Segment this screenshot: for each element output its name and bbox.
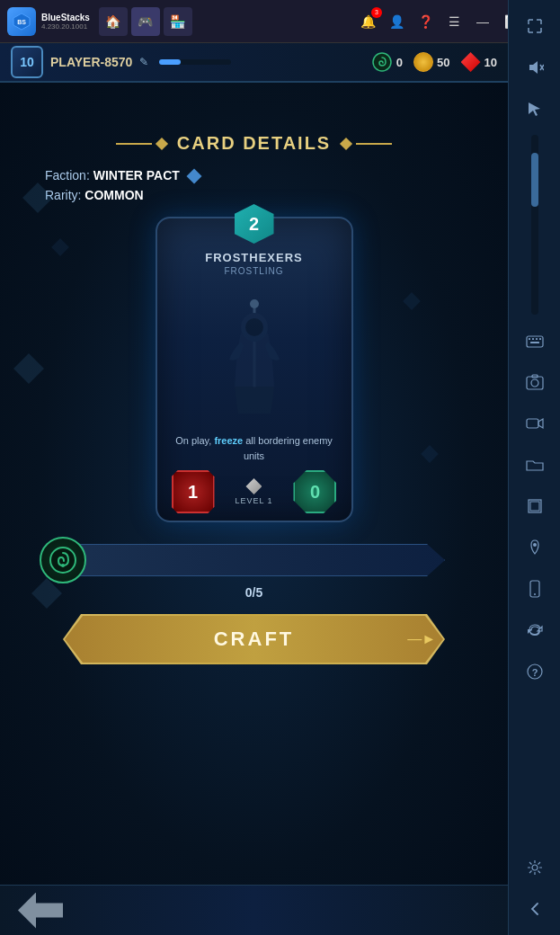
health-badge: 0 xyxy=(293,470,336,513)
header-diamond-right xyxy=(340,137,352,149)
sidebar-screenshot-button[interactable] xyxy=(516,363,554,401)
faction-name: WINTER PACT xyxy=(93,168,180,183)
progress-bar-bg xyxy=(63,544,445,576)
progress-section: 0/5 xyxy=(18,540,490,600)
svg-point-31 xyxy=(532,865,538,870)
sidebar-folder-button[interactable] xyxy=(516,446,554,484)
sidebar-help-button[interactable]: ? xyxy=(516,653,554,690)
section-header: CARD DETAILS xyxy=(18,90,490,154)
svg-point-26 xyxy=(533,543,537,547)
bottom-nav xyxy=(0,885,508,935)
header-line-left xyxy=(116,139,166,148)
svg-point-6 xyxy=(245,318,263,336)
rarity-name: COMMON xyxy=(84,188,143,202)
card-details-section: CARD DETAILS Faction: WINTER PACT Rarity… xyxy=(0,83,508,664)
sidebar-device-button[interactable] xyxy=(516,570,554,608)
tab-home[interactable]: 🏠 xyxy=(99,7,128,36)
sidebar-video-button[interactable] xyxy=(516,405,554,442)
sidebar-rotate-button[interactable] xyxy=(516,611,554,649)
bluestacks-logo: BS xyxy=(7,7,36,36)
progress-icon xyxy=(36,533,90,587)
svg-marker-9 xyxy=(529,61,538,74)
svg-rect-15 xyxy=(532,338,534,340)
card-name: FROSTHEXERS xyxy=(205,251,303,264)
faction-diamond-icon xyxy=(186,169,201,184)
sidebar-mute-button[interactable] xyxy=(516,49,554,86)
help-button[interactable]: ❓ xyxy=(413,9,438,34)
topbar: BS BlueStacks 4.230.20.1001 🏠 🎮 🏪 🔔 3 👤 … xyxy=(0,0,560,43)
sidebar-expand-button[interactable] xyxy=(516,7,554,45)
tab-store[interactable]: 🏪 xyxy=(164,7,192,36)
player-bar: 10 PLAYER-8570 ✎ 0 50 10 xyxy=(0,43,508,83)
header-line-right xyxy=(342,139,392,148)
card-display: 2 FROSTHEXERS FROSTLING xyxy=(18,217,490,522)
craft-section: ◄— CRAFT —► xyxy=(18,614,490,664)
svg-text:?: ? xyxy=(531,667,538,678)
sidebar-location-button[interactable] xyxy=(516,529,554,566)
ability-keyword: freeze xyxy=(214,435,243,446)
game-area: 10 PLAYER-8570 ✎ 0 50 10 xyxy=(0,43,508,935)
rarity-line: Rarity: COMMON xyxy=(45,188,463,202)
xp-bar xyxy=(159,59,231,65)
sidebar-cursor-button[interactable] xyxy=(516,90,554,128)
player-name: PLAYER-8570 xyxy=(50,55,132,69)
craft-btn-inner: CRAFT xyxy=(65,616,443,663)
coin-currency-icon xyxy=(413,52,433,72)
svg-point-8 xyxy=(61,564,65,567)
sidebar-layers-button[interactable] xyxy=(516,487,554,525)
notifications-button[interactable]: 🔔 3 xyxy=(355,9,380,34)
right-sidebar: ? xyxy=(508,0,560,935)
craft-arrow-right-icon: —► xyxy=(407,631,436,647)
back-button[interactable] xyxy=(18,893,63,929)
game-card: 2 FROSTHEXERS FROSTLING xyxy=(156,217,353,522)
scrollbar-thumb xyxy=(531,153,538,207)
notification-badge: 3 xyxy=(371,7,382,18)
header-bar-right xyxy=(356,143,392,145)
svg-text:BS: BS xyxy=(17,19,26,25)
svg-rect-17 xyxy=(539,338,541,340)
svg-rect-16 xyxy=(536,338,538,340)
level-text: LEVEL 1 xyxy=(235,496,272,505)
svg-point-4 xyxy=(250,299,259,308)
level-badge: LEVEL 1 xyxy=(235,478,272,505)
svg-marker-23 xyxy=(538,419,543,428)
gem-currency-icon xyxy=(461,52,481,72)
progress-bar-container xyxy=(63,540,445,580)
currency-gem: 10 xyxy=(461,52,497,72)
tab-game1[interactable]: 🎮 xyxy=(131,7,160,36)
swirl-amount: 0 xyxy=(396,56,403,69)
svg-point-20 xyxy=(531,379,538,387)
minimize-button[interactable]: — xyxy=(470,9,495,34)
swirl-badge xyxy=(40,537,86,583)
bluestacks-info: BlueStacks 4.230.20.1001 xyxy=(41,13,90,31)
svg-rect-18 xyxy=(530,342,539,343)
header-bar-left xyxy=(116,143,152,145)
craft-button[interactable]: ◄— CRAFT —► xyxy=(63,614,445,664)
currency-group: 0 50 10 xyxy=(371,51,497,73)
svg-rect-25 xyxy=(530,502,539,511)
progress-count: 0/5 xyxy=(63,585,445,600)
sidebar-back-button[interactable] xyxy=(516,890,554,928)
currency-swirl: 0 xyxy=(371,51,403,73)
svg-point-28 xyxy=(534,593,536,595)
card-art xyxy=(173,283,335,426)
sidebar-scrollbar[interactable] xyxy=(531,135,538,315)
card-meta: Faction: WINTER PACT Rarity: COMMON xyxy=(18,168,490,202)
edit-name-icon[interactable]: ✎ xyxy=(139,56,148,68)
svg-rect-19 xyxy=(527,377,543,389)
app-name: BlueStacks xyxy=(41,13,90,22)
faction-label: Faction: xyxy=(45,168,90,183)
craft-button-label: CRAFT xyxy=(214,628,295,651)
level-diamond-icon xyxy=(245,478,262,494)
gem-amount: 10 xyxy=(484,56,497,69)
profile-button[interactable]: 👤 xyxy=(384,9,409,34)
card-cost-badge: 2 xyxy=(235,204,274,244)
app-version: 4.230.20.1001 xyxy=(41,22,90,31)
faction-line: Faction: WINTER PACT xyxy=(45,168,463,183)
menu-button[interactable]: ☰ xyxy=(441,9,467,34)
sidebar-settings-button[interactable] xyxy=(516,849,554,886)
card-bottom: 1 LEVEL 1 0 xyxy=(157,463,351,521)
sidebar-keyboard-button[interactable] xyxy=(516,322,554,360)
attack-badge: 1 xyxy=(172,470,215,513)
coin-amount: 50 xyxy=(437,56,449,69)
